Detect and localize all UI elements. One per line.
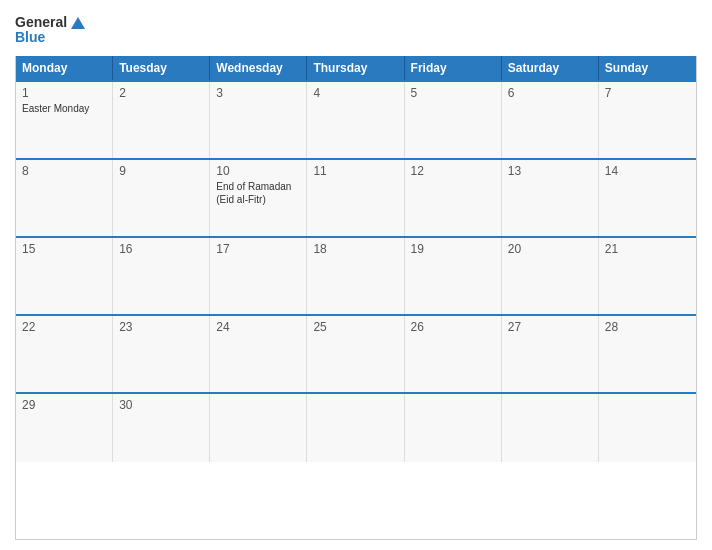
day-cell: 24 bbox=[210, 316, 307, 392]
day-cell: 22 bbox=[16, 316, 113, 392]
day-cell: 14 bbox=[599, 160, 696, 236]
day-number: 4 bbox=[313, 86, 397, 100]
week-row-1: 1Easter Monday234567 bbox=[16, 80, 696, 158]
day-header-saturday: Saturday bbox=[502, 56, 599, 80]
day-number: 12 bbox=[411, 164, 495, 178]
day-cell: 18 bbox=[307, 238, 404, 314]
day-cell: 21 bbox=[599, 238, 696, 314]
day-header-monday: Monday bbox=[16, 56, 113, 80]
day-number: 28 bbox=[605, 320, 690, 334]
day-cell: 16 bbox=[113, 238, 210, 314]
day-cell: 15 bbox=[16, 238, 113, 314]
day-number: 27 bbox=[508, 320, 592, 334]
day-number: 6 bbox=[508, 86, 592, 100]
day-number: 22 bbox=[22, 320, 106, 334]
day-number: 10 bbox=[216, 164, 300, 178]
day-header-friday: Friday bbox=[405, 56, 502, 80]
day-event: End of Ramadan (Eid al-Fitr) bbox=[216, 180, 300, 206]
day-cell: 28 bbox=[599, 316, 696, 392]
day-cell: 20 bbox=[502, 238, 599, 314]
day-cell: 7 bbox=[599, 82, 696, 158]
day-number: 3 bbox=[216, 86, 300, 100]
day-cell: 30 bbox=[113, 394, 210, 462]
day-cell: 3 bbox=[210, 82, 307, 158]
day-number: 2 bbox=[119, 86, 203, 100]
calendar-page: General Blue MondayTuesdayWednesdayThurs… bbox=[0, 0, 712, 550]
day-number: 11 bbox=[313, 164, 397, 178]
logo-blue-text: Blue bbox=[15, 30, 85, 45]
day-cell: 5 bbox=[405, 82, 502, 158]
day-number: 15 bbox=[22, 242, 106, 256]
day-cell: 27 bbox=[502, 316, 599, 392]
day-cell: 12 bbox=[405, 160, 502, 236]
day-number: 13 bbox=[508, 164, 592, 178]
day-number: 7 bbox=[605, 86, 690, 100]
calendar-body: 1Easter Monday2345678910End of Ramadan (… bbox=[16, 80, 696, 462]
day-event: Easter Monday bbox=[22, 102, 106, 115]
day-cell: 19 bbox=[405, 238, 502, 314]
day-cell: 9 bbox=[113, 160, 210, 236]
day-cell: 4 bbox=[307, 82, 404, 158]
day-number: 23 bbox=[119, 320, 203, 334]
day-cell: 17 bbox=[210, 238, 307, 314]
day-number: 18 bbox=[313, 242, 397, 256]
day-number: 20 bbox=[508, 242, 592, 256]
week-row-3: 15161718192021 bbox=[16, 236, 696, 314]
day-number: 30 bbox=[119, 398, 203, 412]
day-cell: 29 bbox=[16, 394, 113, 462]
day-cell: 26 bbox=[405, 316, 502, 392]
week-row-5: 2930 bbox=[16, 392, 696, 462]
day-cell: 6 bbox=[502, 82, 599, 158]
logo-general-text: General bbox=[15, 15, 67, 30]
day-cell bbox=[210, 394, 307, 462]
day-headers: MondayTuesdayWednesdayThursdayFridaySatu… bbox=[16, 56, 696, 80]
day-header-sunday: Sunday bbox=[599, 56, 696, 80]
day-cell: 11 bbox=[307, 160, 404, 236]
day-cell: 23 bbox=[113, 316, 210, 392]
day-header-wednesday: Wednesday bbox=[210, 56, 307, 80]
day-number: 5 bbox=[411, 86, 495, 100]
calendar: MondayTuesdayWednesdayThursdayFridaySatu… bbox=[15, 56, 697, 540]
day-number: 9 bbox=[119, 164, 203, 178]
day-number: 19 bbox=[411, 242, 495, 256]
day-number: 24 bbox=[216, 320, 300, 334]
day-cell: 1Easter Monday bbox=[16, 82, 113, 158]
logo: General Blue bbox=[15, 15, 85, 46]
week-row-2: 8910End of Ramadan (Eid al-Fitr)11121314 bbox=[16, 158, 696, 236]
day-number: 29 bbox=[22, 398, 106, 412]
day-number: 17 bbox=[216, 242, 300, 256]
day-cell: 10End of Ramadan (Eid al-Fitr) bbox=[210, 160, 307, 236]
day-number: 16 bbox=[119, 242, 203, 256]
day-cell: 2 bbox=[113, 82, 210, 158]
logo-triangle-icon bbox=[71, 17, 85, 29]
calendar-header: General Blue bbox=[15, 15, 697, 46]
day-cell bbox=[502, 394, 599, 462]
day-number: 26 bbox=[411, 320, 495, 334]
week-row-4: 22232425262728 bbox=[16, 314, 696, 392]
day-header-tuesday: Tuesday bbox=[113, 56, 210, 80]
day-number: 8 bbox=[22, 164, 106, 178]
day-cell bbox=[405, 394, 502, 462]
day-number: 14 bbox=[605, 164, 690, 178]
day-cell bbox=[307, 394, 404, 462]
day-header-thursday: Thursday bbox=[307, 56, 404, 80]
day-number: 21 bbox=[605, 242, 690, 256]
day-cell: 8 bbox=[16, 160, 113, 236]
day-cell: 25 bbox=[307, 316, 404, 392]
day-number: 1 bbox=[22, 86, 106, 100]
day-cell bbox=[599, 394, 696, 462]
day-cell: 13 bbox=[502, 160, 599, 236]
day-number: 25 bbox=[313, 320, 397, 334]
